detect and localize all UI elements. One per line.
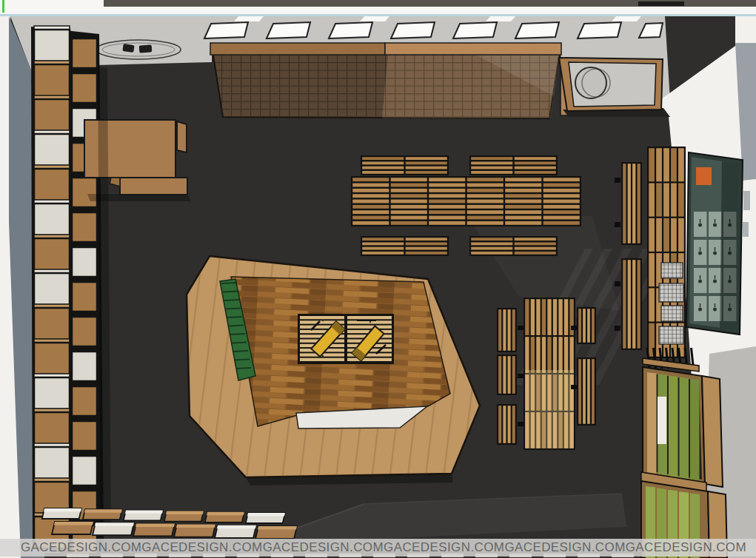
- display-mat: [298, 314, 394, 364]
- watermark-text: GACEDESIGN.COM: [141, 540, 262, 555]
- bottom-display-shelves: [42, 508, 297, 539]
- rug-seat-1: [122, 44, 134, 53]
- wall-tab-1: [743, 191, 750, 210]
- glass-blue-line: [0, 14, 756, 16]
- lattice-top-rail-right: [385, 43, 561, 55]
- top-dark-bar-segment: [638, 1, 684, 6]
- round-basin: [575, 67, 606, 98]
- wall-tab-2: [743, 222, 749, 237]
- rug-seat-2: [139, 44, 153, 53]
- watermark-text: GACEDESIGN.COM: [384, 540, 504, 555]
- render-stage: GACEDESIGN.COM GACEDESIGN.COM GACEDESIGN…: [0, 0, 756, 558]
- lattice-screen: [210, 43, 571, 118]
- lattice-top-rail-left: [210, 43, 385, 55]
- wall-poster: [686, 152, 743, 335]
- axis-line: [2, 0, 4, 13]
- watermark-bar: GACEDESIGN.COM GACEDESIGN.COM GACEDESIGN…: [0, 539, 756, 557]
- poster-seal: [696, 167, 712, 185]
- green-locker-shelf: [641, 348, 727, 558]
- scene-render: [0, 0, 756, 558]
- wall-cube-shelving: [31, 26, 104, 555]
- watermark-text: GACEDESIGN.COM: [263, 540, 384, 555]
- reception-counter: [559, 58, 670, 117]
- watermark-text: GACEDESIGN.COM: [21, 540, 141, 555]
- watermark-text: GACEDESIGN.COM: [504, 540, 625, 555]
- watermark-text: GACEDESIGN.COM: [626, 540, 746, 555]
